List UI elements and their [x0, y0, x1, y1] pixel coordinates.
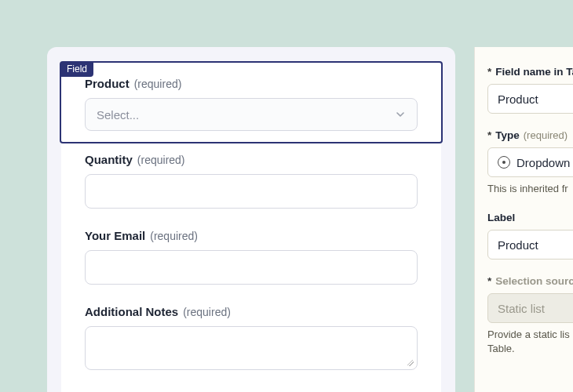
- required-asterisk: *: [487, 66, 491, 78]
- sidebar-label: * Type (required): [487, 129, 573, 141]
- dropdown-type-icon: [498, 156, 510, 169]
- sidebar-label-group: Label Product: [487, 212, 573, 260]
- form-canvas: Field Product (required) Select... Quant…: [47, 47, 455, 392]
- field-label: Product (required): [85, 77, 418, 90]
- required-asterisk: *: [487, 129, 491, 141]
- field-label: Additional Notes (required): [85, 305, 418, 318]
- form-card: Field Product (required) Select... Quant…: [61, 61, 441, 392]
- label-value: Product: [498, 238, 538, 252]
- field-block-product[interactable]: Field Product (required) Select...: [60, 61, 443, 143]
- required-indicator: (required): [524, 129, 568, 141]
- field-name-input[interactable]: Product: [487, 84, 573, 114]
- notes-textarea[interactable]: [85, 326, 418, 370]
- select-placeholder: Select...: [97, 108, 139, 122]
- selection-source-value: Static list: [498, 302, 545, 315]
- field-label: Quantity (required): [85, 153, 418, 166]
- field-label: Your Email (required): [85, 229, 418, 242]
- required-indicator: (required): [150, 230, 198, 242]
- field-label-text: Product: [85, 77, 130, 90]
- sidebar-label: * Selection sourc: [487, 275, 573, 287]
- field-name-value: Product: [498, 93, 538, 106]
- required-asterisk: *: [487, 275, 491, 287]
- sidebar-label-text: Label: [487, 212, 515, 223]
- field-block-email[interactable]: Your Email (required): [61, 220, 441, 296]
- chevron-down-icon: [395, 109, 406, 120]
- sidebar-label: Label: [487, 212, 573, 223]
- field-block-quantity[interactable]: Quantity (required): [61, 143, 441, 220]
- selection-source-help: Provide a static lis Table.: [487, 328, 573, 356]
- type-help-text: This is inherited fr: [487, 182, 573, 196]
- product-select[interactable]: Select...: [85, 98, 418, 131]
- sidebar-label-text: Field name in Ta: [495, 66, 573, 78]
- label-input[interactable]: Product: [487, 230, 573, 260]
- sidebar-type-group: * Type (required) Dropdown This is inher…: [487, 129, 573, 196]
- quantity-input[interactable]: [85, 174, 418, 209]
- selected-field-badge: Field: [60, 62, 93, 77]
- field-label-text: Additional Notes: [85, 305, 178, 318]
- email-input[interactable]: [85, 250, 418, 285]
- required-indicator: (required): [134, 78, 182, 90]
- field-block-notes[interactable]: Additional Notes (required): [61, 296, 441, 381]
- selection-source-select: Static list: [487, 293, 573, 323]
- required-indicator: (required): [183, 306, 231, 318]
- sidebar-selection-source-group: * Selection sourc Static list Provide a …: [487, 275, 573, 356]
- sidebar-label-text: Type: [495, 129, 520, 141]
- required-indicator: (required): [137, 154, 185, 166]
- sidebar-label: * Field name in Ta: [487, 66, 573, 78]
- field-label-text: Your Email: [85, 229, 145, 242]
- properties-sidebar: * Field name in Ta Product * Type (requi…: [474, 47, 573, 392]
- sidebar-label-text: Selection sourc: [495, 275, 573, 287]
- type-value: Dropdown: [516, 156, 570, 169]
- sidebar-field-name-group: * Field name in Ta Product: [487, 66, 573, 114]
- field-label-text: Quantity: [85, 153, 133, 166]
- type-select[interactable]: Dropdown: [487, 147, 573, 177]
